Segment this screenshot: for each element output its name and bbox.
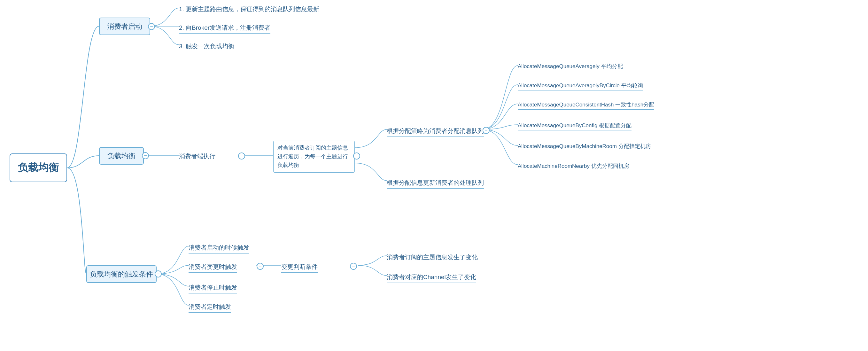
consumer-exec-node: 消费者端执行 [179, 151, 215, 162]
change-item-1-text: 消费者订阅的主题信息发生了变化 [387, 253, 478, 262]
trigger-node: 负载均衡的触发条件 [86, 265, 157, 283]
alloc-strategy-node: 根据分配策略为消费者分配消息队列 [387, 126, 484, 137]
strategy-2: AllocateMessageQueueAveragelyByCircle 平均… [518, 81, 643, 90]
trigger-item-4-text: 消费者定时触发 [189, 303, 231, 311]
load-balance-node: 负载均衡 [99, 147, 144, 165]
update-queue-text: 根据分配信息更新消费者的处理队列 [387, 179, 484, 187]
trigger-item-3: 消费者停止时触发 [189, 282, 237, 293]
change-item-2-text: 消费者对应的Channel发生了变化 [387, 273, 476, 281]
consumer-item-3-text: 3. 触发一次负载均衡 [179, 42, 234, 51]
trigger-label: 负载均衡的触发条件 [90, 269, 153, 279]
strategy-5-text: AllocateMessageQueueByMachineRoom 分配指定机房 [518, 143, 651, 150]
strategy-6-text: AllocateMachineRoomNearby 优先分配同机房 [518, 163, 629, 170]
strategy-1-text: AllocateMessageQueueAveragely 平均分配 [518, 63, 623, 70]
trigger-collapse[interactable]: − [155, 270, 162, 277]
consumer-item-2-text: 2. 向Broker发送请求，注册消费者 [179, 24, 270, 32]
alloc-strategy-collapse[interactable]: − [483, 127, 490, 134]
consumer-start-collapse[interactable]: − [148, 23, 155, 30]
change-item-2: 消费者对应的Channel发生了变化 [387, 272, 476, 283]
trigger-change-collapse[interactable]: − [257, 263, 264, 270]
consumer-item-1: 1. 更新主题路由信息，保证得到的消息队列信息最新 [179, 4, 319, 15]
change-item-1: 消费者订阅的主题信息发生了变化 [387, 252, 478, 263]
consumer-start-node: 消费者启动 [99, 18, 150, 35]
strategy-2-text: AllocateMessageQueueAveragelyByCircle 平均… [518, 82, 643, 89]
strategy-6: AllocateMachineRoomNearby 优先分配同机房 [518, 162, 629, 171]
root-label: 负载均衡 [18, 161, 59, 175]
desc-collapse[interactable]: − [353, 152, 360, 159]
consumer-exec-collapse[interactable]: − [238, 152, 245, 159]
root-node: 负载均衡 [9, 153, 67, 182]
trigger-item-4: 消费者定时触发 [189, 301, 231, 313]
consumer-item-2: 2. 向Broker发送请求，注册消费者 [179, 22, 270, 34]
trigger-item-1: 消费者启动的时候触发 [189, 242, 249, 254]
load-balance-label: 负载均衡 [107, 151, 135, 161]
change-condition-node: 变更判断条件 [281, 262, 318, 273]
consumer-desc-box: 对当前消费者订阅的主题信息进行遍历，为每一个主题进行负载均衡 [273, 141, 355, 173]
strategy-3: AllocateMessageQueueConsistentHash 一致性ha… [518, 100, 654, 110]
consumer-desc-text: 对当前消费者订阅的主题信息进行遍历，为每一个主题进行负载均衡 [277, 145, 348, 168]
trigger-item-2: 消费者变更时触发 [189, 262, 237, 273]
change-condition-text: 变更判断条件 [281, 263, 318, 271]
consumer-exec-label: 消费者端执行 [179, 152, 215, 160]
strategy-4-text: AllocateMessageQueueByConfig 根据配置分配 [518, 122, 631, 129]
load-balance-collapse[interactable]: − [142, 152, 149, 159]
strategy-3-text: AllocateMessageQueueConsistentHash 一致性ha… [518, 101, 654, 108]
strategy-1: AllocateMessageQueueAveragely 平均分配 [518, 62, 623, 71]
alloc-strategy-text: 根据分配策略为消费者分配消息队列 [387, 127, 484, 135]
trigger-item-1-text: 消费者启动的时候触发 [189, 243, 249, 252]
consumer-item-1-text: 1. 更新主题路由信息，保证得到的消息队列信息最新 [179, 5, 319, 13]
consumer-item-3: 3. 触发一次负载均衡 [179, 41, 234, 52]
consumer-start-label: 消费者启动 [107, 22, 142, 31]
strategy-5: AllocateMessageQueueByMachineRoom 分配指定机房 [518, 142, 651, 151]
change-condition-collapse[interactable]: − [350, 263, 357, 270]
trigger-item-2-text: 消费者变更时触发 [189, 263, 237, 271]
strategy-4: AllocateMessageQueueByConfig 根据配置分配 [518, 121, 631, 130]
update-queue-node: 根据分配信息更新消费者的处理队列 [387, 177, 484, 188]
trigger-item-3-text: 消费者停止时触发 [189, 284, 237, 292]
